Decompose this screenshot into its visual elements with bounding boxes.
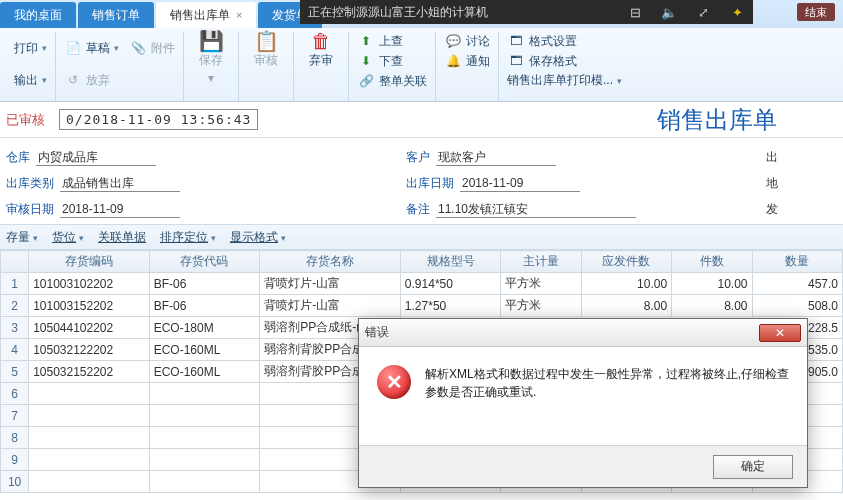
remark-label: 备注 bbox=[406, 201, 430, 218]
sub-toolbar: 存量▾ 货位▾ 关联单据 排序定位▾ 显示格式▾ bbox=[0, 224, 843, 250]
discard-audit-button[interactable]: 🗑 弃审 bbox=[302, 32, 340, 69]
dialog-ok-button[interactable]: 确定 bbox=[713, 455, 793, 479]
error-icon: ✕ bbox=[377, 365, 411, 399]
save-format-button[interactable]: 🗔 保存格式 bbox=[507, 52, 622, 70]
dialog-title: 错误 bbox=[365, 324, 389, 341]
remote-control-strip: 正在控制源源山富王小姐的计算机 ⊟ 🔈 ⤢ ✦ bbox=[300, 0, 753, 24]
col-name[interactable]: 存货名称 bbox=[260, 251, 401, 273]
topbar: 我的桌面 销售订单 销售出库单 × 发货单 正在控制源源山富王小姐的计算机 ⊟ … bbox=[0, 0, 843, 28]
attachment-button[interactable]: 📎 附件 bbox=[129, 39, 175, 57]
audit-icon: 📋 bbox=[257, 32, 275, 50]
remark-value[interactable]: 11.10发镇江镇安 bbox=[436, 200, 636, 218]
out-date-label: 出库日期 bbox=[406, 175, 454, 192]
out-type-value[interactable]: 成品销售出库 bbox=[60, 174, 180, 192]
save-button[interactable]: 💾 保存▾ bbox=[192, 32, 230, 85]
customer-value[interactable]: 现款客户 bbox=[436, 148, 556, 166]
out-date-value[interactable]: 2018-11-09 bbox=[460, 174, 580, 192]
table-row[interactable]: 1101003102202BF-06背喷灯片-山富0.914*50平方米10.0… bbox=[1, 273, 843, 295]
col-spec[interactable]: 规格型号 bbox=[400, 251, 500, 273]
dialog-titlebar[interactable]: 错误 ✕ bbox=[359, 319, 807, 347]
related-button[interactable]: 🔗 整单关联 bbox=[357, 72, 427, 90]
table-header-row: 存货编码 存货代码 存货名称 规格型号 主计量 应发件数 件数 数量 bbox=[1, 251, 843, 273]
location-button[interactable]: 货位▾ bbox=[52, 229, 84, 246]
notify-button[interactable]: 🔔 通知 bbox=[444, 52, 490, 70]
stock-button[interactable]: 存量▾ bbox=[6, 229, 38, 246]
col-unit[interactable]: 主计量 bbox=[501, 251, 581, 273]
draft-icon: 📄 bbox=[64, 39, 82, 57]
bell-icon: 🔔 bbox=[444, 52, 462, 70]
table-row[interactable]: 2101003152202BF-06背喷灯片-山富1.27*50平方米8.008… bbox=[1, 295, 843, 317]
audit-date-value[interactable]: 2018-11-09 bbox=[60, 200, 180, 218]
page-title: 销售出库单 bbox=[657, 104, 777, 136]
ribbon: 打印▾ 输出▾ 📄 草稿▾ 📎 附件 ↺ 放弃 bbox=[0, 28, 843, 102]
speech-icon: 💬 bbox=[444, 32, 462, 50]
col-qty[interactable]: 数量 bbox=[752, 251, 843, 273]
right-label-2: 地 bbox=[766, 175, 778, 192]
release-button[interactable]: ↺ 放弃 bbox=[64, 71, 110, 89]
customer-label: 客户 bbox=[406, 149, 430, 166]
draft-button[interactable]: 📄 草稿▾ bbox=[64, 39, 119, 57]
format-set-button[interactable]: 🗔 格式设置 bbox=[507, 32, 622, 50]
audit-date-label: 审核日期 bbox=[6, 201, 54, 218]
timestamp-box: 0/2018-11-09 13:56:43 bbox=[59, 109, 258, 130]
close-icon[interactable]: × bbox=[236, 2, 242, 28]
col-should[interactable]: 应发件数 bbox=[581, 251, 671, 273]
downcheck-button[interactable]: ⬇ 下查 bbox=[357, 52, 427, 70]
warehouse-value[interactable]: 内贸成品库 bbox=[36, 148, 156, 166]
save-icon: 💾 bbox=[202, 32, 220, 50]
output-button[interactable]: 输出▾ bbox=[14, 72, 47, 89]
discard-icon: 🗑 bbox=[312, 32, 330, 50]
speaker-icon[interactable]: 🔈 bbox=[661, 4, 677, 20]
out-type-label: 出库类别 bbox=[6, 175, 54, 192]
pin-icon[interactable]: ✦ bbox=[729, 4, 745, 20]
right-label-3: 发 bbox=[766, 201, 778, 218]
document-tabs: 我的桌面 销售订单 销售出库单 × 发货单 bbox=[0, 0, 324, 28]
minimize-icon[interactable]: ⊟ bbox=[627, 4, 643, 20]
audit-button[interactable]: 📋 审核 bbox=[247, 32, 285, 69]
status-strip: 已审核 0/2018-11-09 13:56:43 销售出库单 bbox=[0, 102, 843, 138]
tab-desktop[interactable]: 我的桌面 bbox=[0, 2, 76, 28]
display-format-button[interactable]: 显示格式▾ bbox=[230, 229, 286, 246]
close-icon: ✕ bbox=[775, 326, 785, 340]
discuss-button[interactable]: 💬 讨论 bbox=[444, 32, 490, 50]
tab-sales-out[interactable]: 销售出库单 × bbox=[156, 2, 256, 28]
tab-sales-order[interactable]: 销售订单 bbox=[78, 2, 154, 28]
sort-button[interactable]: 排序定位▾ bbox=[160, 229, 216, 246]
arrow-up-icon: ⬆ bbox=[357, 32, 375, 50]
link-icon: 🔗 bbox=[357, 72, 375, 90]
end-session-button[interactable]: 结束 bbox=[797, 3, 835, 21]
status-badge: 已审核 bbox=[6, 111, 45, 129]
print-button[interactable]: 打印▾ bbox=[14, 40, 47, 57]
arrow-down-icon: ⬇ bbox=[357, 52, 375, 70]
upcheck-button[interactable]: ⬆ 上查 bbox=[357, 32, 427, 50]
col-alias[interactable]: 存货代码 bbox=[149, 251, 260, 273]
dialog-message: 解析XML格式和数据过程中发生一般性异常，过程将被终止,仔细检查参数是否正确或重… bbox=[425, 365, 789, 435]
form-area: 仓库 内贸成品库 客户 现款客户 出 出库类别 成品销售出库 出库日期 2018… bbox=[0, 138, 843, 226]
paperclip-icon: 📎 bbox=[129, 39, 147, 57]
error-dialog: 错误 ✕ ✕ 解析XML格式和数据过程中发生一般性异常，过程将被终止,仔细检查参… bbox=[358, 318, 808, 488]
remote-notice: 正在控制源源山富王小姐的计算机 bbox=[308, 4, 488, 21]
release-icon: ↺ bbox=[64, 71, 82, 89]
right-label-1: 出 bbox=[766, 149, 778, 166]
save-format-icon: 🗔 bbox=[507, 52, 525, 70]
related-docs-button[interactable]: 关联单据 bbox=[98, 229, 146, 246]
print-template-select[interactable]: 销售出库单打印模...▾ bbox=[507, 72, 622, 89]
format-icon: 🗔 bbox=[507, 32, 525, 50]
dialog-close-button[interactable]: ✕ bbox=[759, 324, 801, 342]
col-code[interactable]: 存货编码 bbox=[29, 251, 150, 273]
warehouse-label: 仓库 bbox=[6, 149, 30, 166]
expand-icon[interactable]: ⤢ bbox=[695, 4, 711, 20]
col-pcs[interactable]: 件数 bbox=[672, 251, 752, 273]
